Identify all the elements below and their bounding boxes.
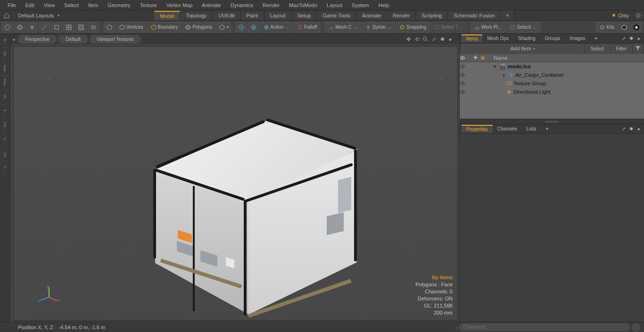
- viewport-tab-default[interactable]: Default: [58, 35, 88, 43]
- menu-view[interactable]: View: [39, 1, 60, 9]
- panel-expand-icon[interactable]: ⤢: [620, 35, 627, 42]
- left-strip-basic[interactable]: B…: [1, 36, 9, 48]
- viewport-tab-prev-icon[interactable]: ◂: [12, 36, 16, 42]
- prim-circle-icon[interactable]: [2, 22, 13, 32]
- menu-select[interactable]: Select: [59, 1, 83, 9]
- tab-groups[interactable]: Groups: [540, 35, 565, 42]
- tab-items[interactable]: Items: [462, 34, 482, 42]
- tab-schematic[interactable]: Schematic Fusion: [448, 11, 501, 20]
- col-name-label[interactable]: Name: [491, 55, 644, 61]
- tab-animate[interactable]: Animate: [356, 11, 387, 20]
- menu-animate[interactable]: Animate: [197, 1, 225, 9]
- menu-render[interactable]: Render: [258, 1, 284, 9]
- tab-add[interactable]: ＋: [501, 10, 514, 20]
- tab-topology[interactable]: Topology: [180, 11, 213, 20]
- kits-button[interactable]: Kits: [596, 22, 618, 32]
- select-button[interactable]: Select: [586, 45, 609, 53]
- symmetry-button[interactable]: Symm …: [362, 22, 395, 32]
- mesh-constraint-button[interactable]: Mesh C …: [325, 22, 361, 32]
- tab-channels[interactable]: Channels: [493, 125, 522, 132]
- menu-vertexmap[interactable]: Vertex Map: [162, 1, 198, 9]
- unreal-icon[interactable]: [631, 22, 642, 32]
- selection-sets-button[interactable]: Selecti …: [506, 22, 540, 32]
- col-type-icon[interactable]: [480, 56, 491, 60]
- tab-shading[interactable]: Shading: [513, 35, 540, 42]
- menu-edit[interactable]: Edit: [21, 1, 39, 9]
- mode-polygons-button[interactable]: Polygons: [182, 22, 215, 32]
- menu-texture[interactable]: Texture: [135, 1, 162, 9]
- left-strip-edge[interactable]: E…: [1, 106, 9, 119]
- tab-props-add[interactable]: +: [541, 125, 553, 132]
- layout-settings-icon[interactable]: [633, 12, 644, 19]
- tab-lists[interactable]: Lists: [522, 125, 541, 132]
- viewport-tab-perspective[interactable]: Perspective: [18, 35, 57, 43]
- tree-row-light[interactable]: Directional Light: [460, 88, 644, 96]
- left-strip-vertex[interactable]: Ve…: [1, 92, 9, 105]
- menu-file[interactable]: File: [3, 1, 21, 9]
- action-center-button[interactable]: Action…: [260, 22, 293, 32]
- falloff-button[interactable]: Falloff: [294, 22, 320, 32]
- prim-more-icon[interactable]: [88, 22, 99, 32]
- home-icon[interactable]: [0, 13, 13, 18]
- panel-gear-icon[interactable]: ✱: [628, 35, 635, 42]
- menu-dynamics[interactable]: Dynamics: [226, 1, 258, 9]
- tab-uvedit[interactable]: UVEdit: [213, 11, 240, 20]
- left-strip-duplicate[interactable]: Dup…: [1, 64, 9, 76]
- tab-add-panel[interactable]: +: [590, 35, 602, 42]
- select-through-button[interactable]: Select T…: [430, 22, 466, 32]
- tree-row-scene[interactable]: ▾🎬modo.lxo: [460, 62, 644, 71]
- viewport-zoom-icon[interactable]: [421, 35, 429, 43]
- tab-layout[interactable]: Layout: [264, 11, 292, 20]
- prim-cube-icon[interactable]: [51, 22, 62, 32]
- menu-item[interactable]: Item: [83, 1, 103, 9]
- left-strip-deform[interactable]: De…: [1, 50, 9, 62]
- tab-render[interactable]: Render: [387, 11, 416, 20]
- col-add-icon[interactable]: ✚: [470, 55, 480, 61]
- tree-row-mesh[interactable]: ▸Air_Cargo_Container: [460, 71, 644, 79]
- workplane-button[interactable]: Work Pl…: [471, 22, 506, 32]
- viewport-3d[interactable]: -X -Z: [13, 46, 458, 321]
- menu-layout[interactable]: Layout: [322, 1, 347, 9]
- only-toggle[interactable]: ★ Only: [608, 11, 633, 19]
- left-strip-curve[interactable]: C…: [1, 135, 9, 147]
- tab-model[interactable]: Model: [154, 11, 180, 20]
- tab-images[interactable]: Images: [565, 35, 590, 42]
- viewport-settings-icon[interactable]: ✱: [438, 35, 446, 43]
- viewport-tab-textures[interactable]: Viewport Textures: [90, 35, 141, 43]
- mode-boundary-button[interactable]: Boundary: [148, 22, 182, 32]
- cube-engine-icon[interactable]: [619, 22, 630, 32]
- filter-funnel-icon[interactable]: [634, 44, 642, 53]
- tree-row-texgroup[interactable]: Texture Group: [460, 79, 644, 88]
- menu-geometry[interactable]: Geometry: [103, 1, 135, 9]
- prim-point-icon[interactable]: [26, 22, 38, 32]
- command-record-icon[interactable]: [632, 323, 640, 332]
- panel-menu-icon[interactable]: ▸: [636, 35, 642, 42]
- col-visibility-icon[interactable]: [460, 56, 470, 60]
- props-gear-icon[interactable]: ✱: [628, 126, 635, 132]
- center-a-icon[interactable]: [236, 22, 247, 32]
- center-b-icon[interactable]: [248, 22, 259, 32]
- prim-grid-icon[interactable]: [63, 22, 74, 32]
- menu-system[interactable]: System: [347, 1, 374, 9]
- viewport-options-icon[interactable]: ▸: [447, 35, 454, 43]
- props-expand-icon[interactable]: ⤢: [620, 126, 627, 132]
- viewport-rotate-icon[interactable]: ⟲: [413, 35, 421, 43]
- left-strip-uv[interactable]: UV: [1, 149, 9, 161]
- tab-scripting[interactable]: Scripting: [416, 11, 448, 20]
- menu-help[interactable]: Help: [374, 1, 394, 9]
- tab-gametools[interactable]: Game Tools: [317, 11, 356, 20]
- viewport-maximize-icon[interactable]: ⤢: [430, 35, 438, 43]
- command-input[interactable]: [459, 324, 630, 331]
- prim-wireframe-icon[interactable]: [75, 22, 87, 32]
- tab-setup[interactable]: Setup: [292, 11, 317, 20]
- default-layouts-dropdown[interactable]: Default Layouts: [13, 12, 64, 19]
- tab-meshops[interactable]: Mesh Ops: [482, 35, 513, 42]
- prim-sphere-icon[interactable]: [14, 22, 25, 32]
- tab-paint[interactable]: Paint: [241, 11, 264, 20]
- left-strip-f[interactable]: F…: [1, 163, 9, 175]
- panel-divider[interactable]: [460, 119, 644, 124]
- prim-line-icon[interactable]: [39, 22, 50, 32]
- snapping-button[interactable]: Snapping: [396, 22, 429, 32]
- left-strip-polygon[interactable]: Pol…: [1, 121, 9, 133]
- menu-maxtomodo[interactable]: MaxToModo: [284, 1, 322, 9]
